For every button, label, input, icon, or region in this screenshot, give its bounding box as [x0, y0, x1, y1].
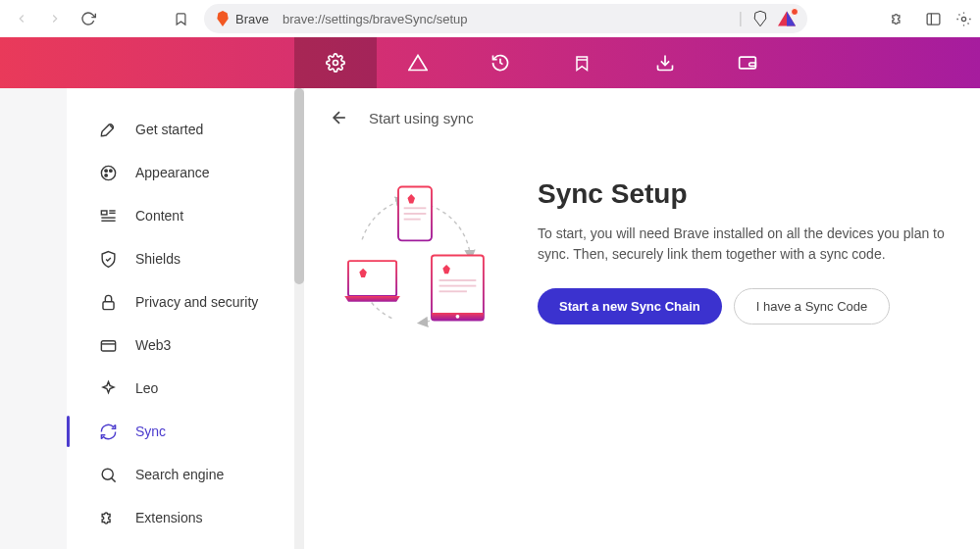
svg-point-2: [961, 17, 965, 21]
toolbar-rewards-icon[interactable]: [377, 37, 459, 88]
lock-icon: [98, 292, 118, 312]
svg-rect-27: [432, 255, 484, 320]
toolbar-wallet-icon[interactable]: [706, 37, 789, 88]
svg-rect-25: [404, 219, 421, 221]
sidebar-item-label: Content: [135, 207, 183, 225]
svg-rect-23: [404, 207, 427, 209]
svg-point-3: [334, 61, 338, 66]
sidebar-item-label: Shields: [135, 250, 181, 268]
extensions-puzzle-icon[interactable]: [884, 5, 911, 32]
brave-rewards-icon[interactable]: [778, 11, 796, 26]
back-arrow-button[interactable]: [328, 106, 351, 129]
back-nav-button[interactable]: [8, 5, 35, 32]
sidebar-toggle-icon[interactable]: [919, 5, 947, 32]
url-text: brave://settings/braveSync/setup: [283, 12, 468, 26]
bookmark-icon[interactable]: [167, 5, 194, 32]
sidebar-item-shields[interactable]: Shields: [67, 237, 304, 280]
settings-sidebar: Get startedAppearanceContentShieldsPriva…: [0, 88, 304, 549]
svg-rect-0: [927, 13, 940, 24]
svg-point-7: [101, 166, 115, 179]
page-subtitle: Start using sync: [369, 110, 474, 126]
sidebar-item-leo[interactable]: Leo: [67, 367, 304, 410]
sidebar-item-label: Extensions: [135, 509, 202, 526]
brave-shield-icon[interactable]: [752, 10, 768, 27]
svg-rect-24: [404, 213, 427, 215]
sidebar-item-label: Search engine: [135, 466, 224, 483]
toolbar-downloads-icon[interactable]: [624, 37, 706, 88]
wallet-card-icon: [98, 335, 118, 355]
svg-rect-16: [102, 301, 113, 309]
content-icon: [98, 206, 118, 225]
svg-rect-30: [439, 279, 477, 281]
sync-devices-illustration: [332, 175, 498, 351]
sidebar-item-label: Sync: [135, 423, 166, 440]
sparkle-icon: [98, 378, 118, 398]
sidebar-scrollbar[interactable]: [294, 88, 304, 549]
sync-icon: [98, 422, 118, 441]
forward-nav-button[interactable]: [41, 5, 69, 32]
reload-button[interactable]: [75, 5, 102, 32]
rocket-icon: [98, 120, 118, 139]
settings-content: Start using sync: [304, 88, 980, 549]
toolbar-history-icon[interactable]: [459, 37, 542, 88]
svg-rect-32: [439, 290, 467, 292]
address-bar[interactable]: Brave brave://settings/braveSync/setup |: [204, 4, 807, 33]
sidebar-item-label: Leo: [135, 379, 158, 397]
palette-icon: [98, 163, 118, 182]
brave-lion-icon: Brave: [216, 11, 269, 26]
sync-description: To start, you will need Brave installed …: [538, 224, 970, 265]
svg-line-20: [111, 477, 115, 481]
svg-point-10: [104, 174, 106, 175]
shield-icon: [98, 249, 118, 269]
svg-rect-26: [348, 261, 396, 296]
svg-point-9: [109, 169, 111, 171]
sidebar-item-appearance[interactable]: Appearance: [67, 151, 304, 194]
svg-point-29: [456, 315, 460, 319]
customize-icon[interactable]: [954, 5, 972, 32]
start-sync-chain-button[interactable]: Start a new Sync Chain: [538, 288, 722, 324]
toolbar-bookmarks-icon[interactable]: [542, 37, 624, 88]
browser-chrome: Brave brave://settings/braveSync/setup |: [0, 0, 980, 37]
sidebar-item-get-started[interactable]: Get started: [67, 108, 304, 151]
toolbar-settings-icon[interactable]: [294, 37, 377, 88]
sync-title: Sync Setup: [538, 178, 970, 210]
sidebar-item-label: Privacy and security: [135, 293, 258, 311]
sidebar-item-web3[interactable]: Web3: [67, 324, 304, 367]
sidebar-item-label: Get started: [135, 121, 203, 138]
sidebar-item-search-engine[interactable]: Search engine: [67, 453, 304, 496]
svg-point-19: [102, 469, 113, 479]
sidebar-item-extensions[interactable]: Extensions: [67, 496, 304, 539]
have-sync-code-button[interactable]: I have a Sync Code: [734, 288, 890, 324]
puzzle-icon: [98, 508, 118, 527]
svg-rect-17: [101, 340, 115, 350]
svg-rect-11: [101, 210, 107, 214]
svg-point-8: [104, 169, 106, 171]
sidebar-item-label: Web3: [135, 336, 171, 354]
search-icon: [98, 465, 118, 484]
svg-rect-31: [439, 285, 477, 287]
sidebar-item-sync[interactable]: Sync: [67, 410, 304, 453]
sidebar-item-content[interactable]: Content: [67, 194, 304, 237]
sidebar-item-privacy-and-security[interactable]: Privacy and security: [67, 280, 304, 324]
url-brand-label: Brave: [235, 12, 269, 26]
sidebar-item-label: Appearance: [135, 164, 210, 181]
settings-toolbar: [0, 37, 980, 88]
